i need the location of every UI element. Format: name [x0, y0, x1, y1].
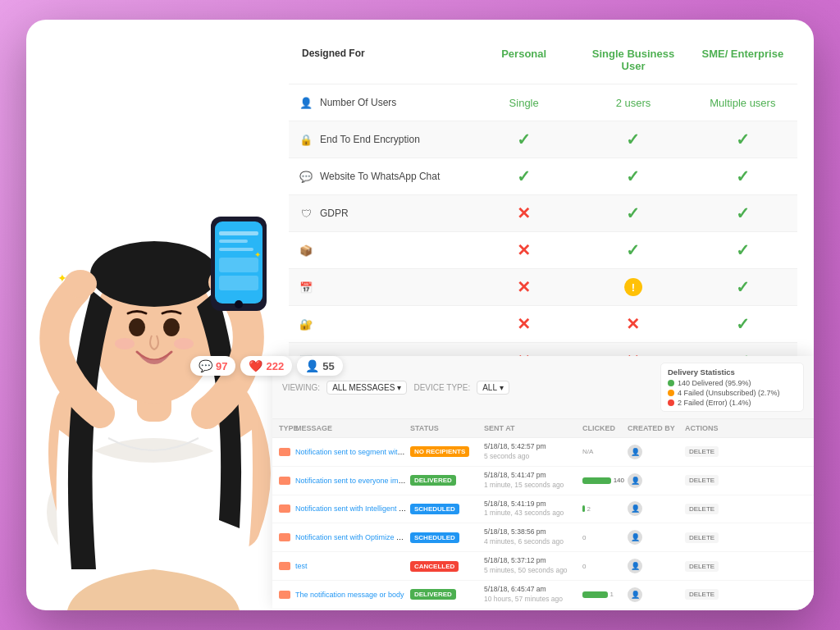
msg-clicked: 0: [581, 563, 626, 570]
msg-type-icon: [277, 591, 294, 599]
msg-clicked: 1: [581, 591, 626, 598]
col-type: TYPE: [277, 422, 294, 434]
enterprise-cell: Multiple users: [688, 84, 797, 121]
svg-point-5: [163, 318, 180, 336]
heart-count: 222: [266, 360, 284, 372]
device-type-filter[interactable]: ALL ▾: [477, 381, 509, 395]
table-row: 🔒 End To End Encryption ✓ ✓ ✓: [289, 121, 797, 158]
user-icon: 👤: [305, 359, 319, 372]
warning-icon: !: [624, 278, 642, 296]
filter-bar: VIEWING: ALL MESSAGES ▾ DEVICE TYPE: ALL…: [272, 356, 814, 419]
delivery-stats-panel: Delivery Statistics 140 Delivered (95.9%…: [660, 363, 804, 412]
message-row: test CANCELLED 5/18/18, 5:37:12 pm5 minu…: [272, 552, 814, 581]
table-row: 📦 ✕ ✓ ✓: [289, 231, 797, 268]
svg-rect-12: [219, 240, 248, 243]
message-row: Tag substitution value for key1 = {key1}…: [272, 609, 814, 610]
svg-point-3: [90, 241, 218, 307]
delete-button[interactable]: DELETE: [685, 446, 719, 457]
personal-cell: ✕: [469, 306, 578, 342]
svg-point-7: [174, 338, 194, 349]
delete-button[interactable]: DELETE: [685, 589, 719, 600]
business-cell: 2 users: [578, 84, 687, 121]
msg-sent-at: 5/18/18, 5:42:57 pm5 seconds ago: [482, 442, 581, 462]
personal-cell: ✕: [469, 269, 578, 305]
msg-status: SCHEDULED: [409, 532, 482, 543]
chat-count: 97: [216, 360, 227, 372]
table-row: 🛡 GDPR ✕ ✓ ✓: [289, 194, 797, 231]
msg-clicked: N/A: [581, 448, 626, 455]
main-card: Designed For Personal Single Business Us…: [26, 20, 814, 610]
msg-status: NO RECIPIENTS: [409, 446, 482, 457]
enterprise-cell: ✓: [688, 269, 797, 305]
svg-text:✦: ✦: [57, 272, 67, 285]
msg-message: Notification sent with Optimize By User …: [294, 533, 409, 541]
col-clicked: CLICKED: [581, 422, 626, 434]
svg-rect-15: [219, 276, 258, 290]
msg-created-by: 👤: [626, 530, 683, 545]
notification-badges-container: 💬 97 ❤️ 222 👤 55: [190, 356, 343, 376]
personal-cell: ✕: [469, 195, 578, 231]
col-message: MESSAGE: [294, 422, 409, 434]
col-sent-at: SENT AT: [482, 422, 581, 434]
svg-rect-13: [219, 248, 253, 251]
msg-actions: DELETE: [683, 446, 728, 457]
delete-button[interactable]: DELETE: [685, 532, 719, 543]
svg-rect-14: [219, 258, 258, 272]
msg-created-by: 👤: [626, 473, 683, 488]
msg-actions: DELETE: [683, 475, 728, 486]
msg-message: Notification sent with Intelligent Deliv…: [294, 504, 409, 513]
msg-status: DELIVERED: [409, 589, 482, 600]
msg-actions: DELETE: [683, 532, 728, 543]
svg-rect-11: [219, 231, 258, 235]
msg-actions: DELETE: [683, 561, 728, 572]
msg-sent-at: 5/18/18, 5:38:56 pm4 minutes, 6 seconds …: [482, 527, 581, 547]
msg-type-icon: [277, 477, 294, 485]
msg-type-icon: [277, 533, 294, 541]
personal-cell: ✓: [469, 158, 578, 194]
enterprise-cell: ✓: [688, 195, 797, 231]
enterprise-column-header: SME/ Enterprise: [688, 36, 797, 84]
table-row: 👤 Number Of Users Single 2 users Multipl…: [289, 84, 797, 121]
chevron-down-icon: ▾: [397, 383, 401, 392]
msg-created-by: 👤: [626, 559, 683, 573]
table-row: 🔐 ✕ ✕ ✓: [289, 305, 797, 342]
business-cell: ✓: [578, 195, 687, 231]
heart-badge: ❤️ 222: [240, 356, 292, 376]
msg-created-by: 👤: [626, 501, 683, 516]
delete-button[interactable]: DELETE: [685, 504, 719, 514]
msg-type-icon: [277, 562, 294, 570]
svg-point-4: [129, 318, 145, 336]
table-header: Designed For Personal Single Business Us…: [289, 36, 797, 84]
message-row: The notification message or body DELIVER…: [272, 581, 814, 609]
svg-point-17: [64, 270, 97, 298]
msg-type-icon: [277, 448, 294, 456]
msg-message: The notification message or body: [294, 591, 409, 599]
enterprise-cell: ✓: [688, 158, 797, 194]
business-cell: ✓: [578, 158, 687, 194]
user-badge: 👤 55: [297, 356, 342, 376]
msg-sent-at: 5/18/18, 6:45:47 am10 hours, 57 minutes …: [482, 585, 581, 605]
table-row: 📅 ✕ ! ✓: [289, 268, 797, 305]
all-messages-filter[interactable]: ALL MESSAGES ▾: [326, 381, 407, 395]
comparison-table: Designed For Personal Single Business Us…: [289, 36, 797, 379]
viewing-label: VIEWING:: [282, 383, 320, 392]
col-actions: ACTIONS: [683, 422, 728, 434]
msg-type-icon: [277, 504, 294, 513]
business-cell: !: [578, 269, 687, 305]
svg-point-16: [235, 300, 243, 308]
heart-icon: ❤️: [249, 359, 262, 372]
msg-status: CANCELLED: [409, 561, 482, 572]
delete-button[interactable]: DELETE: [685, 475, 719, 486]
stat-row-error: 2 Failed (Error) (1.4%): [668, 399, 797, 407]
device-label: DEVICE TYPE:: [413, 383, 470, 392]
msg-sent-at: 5/18/18, 5:41:47 pm1 minute, 15 seconds …: [482, 471, 581, 491]
business-cell: ✕: [578, 306, 687, 342]
table-header-row: TYPE MESSAGE STATUS SENT AT CLICKED CREA…: [272, 419, 814, 438]
msg-clicked: 2: [581, 505, 626, 513]
svg-text:✦: ✦: [254, 250, 261, 259]
chat-badge: 💬 97: [190, 356, 235, 376]
delete-button[interactable]: DELETE: [685, 561, 719, 572]
personal-cell: ✕: [469, 232, 578, 268]
message-row: Notification sent to segment with no use…: [272, 438, 814, 467]
msg-status: DELIVERED: [409, 475, 482, 486]
